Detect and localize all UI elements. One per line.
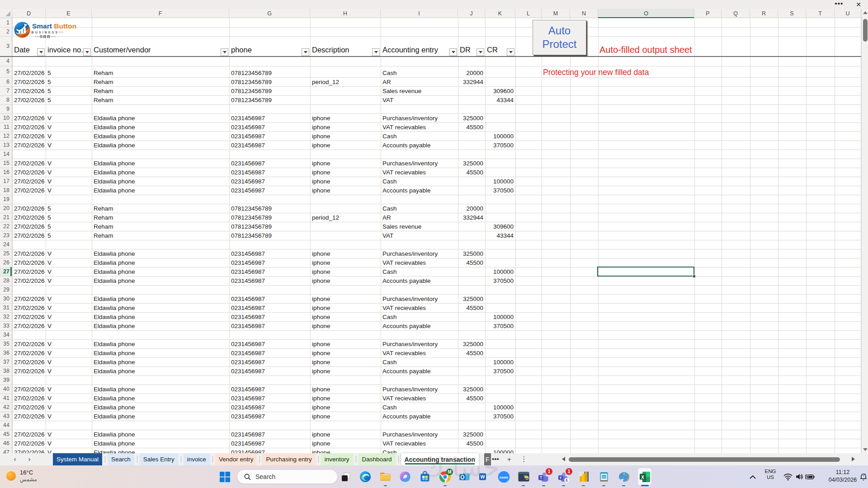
sheet-tab-dashboard[interactable]: Dashboard [359, 453, 396, 465]
row-header-38[interactable]: 38 [0, 366, 12, 375]
column-header-R[interactable]: R [750, 9, 778, 18]
selected-cell[interactable] [597, 267, 694, 277]
row-header-12[interactable]: 12 [0, 131, 12, 141]
row-header-5[interactable]: 5 [0, 66, 12, 77]
fill-handle[interactable] [693, 275, 696, 278]
column-header-E[interactable]: E [46, 9, 92, 18]
column-header-Q[interactable]: Q [722, 9, 750, 18]
row-header-19[interactable]: 19 [0, 195, 12, 204]
excel-button[interactable]: X [638, 470, 651, 483]
column-header-G[interactable]: G [229, 9, 310, 18]
row-header-34[interactable]: 34 [0, 330, 12, 339]
filter-dropdown-H[interactable] [372, 48, 380, 56]
edge-app-button[interactable] [359, 470, 372, 483]
sheet-options-icon[interactable]: ⋮ [518, 453, 530, 465]
row-header-18[interactable]: 18 [0, 186, 12, 195]
tray-chevron-up-icon[interactable] [749, 473, 756, 481]
row-header-42[interactable]: 42 [0, 403, 12, 412]
row-header-31[interactable]: 31 [0, 303, 12, 312]
row-header-17[interactable]: 17 [0, 177, 12, 186]
row-header-29[interactable]: 29 [0, 285, 12, 294]
row-header-10[interactable]: 10 [0, 113, 12, 122]
column-header-L[interactable]: L [515, 9, 542, 18]
row-header-47[interactable]: 47 [0, 448, 12, 453]
row-header-8[interactable]: 8 [0, 95, 12, 104]
scroll-up-button[interactable] [862, 9, 868, 16]
row-header-20[interactable]: 20 [0, 204, 12, 213]
sheet-tab-sales-entry[interactable]: Sales Entry [140, 453, 178, 465]
row-header-36[interactable]: 36 [0, 348, 12, 357]
paint-button[interactable] [618, 470, 630, 483]
row-header-27[interactable]: 27 [0, 267, 12, 276]
column-header-I[interactable]: I [381, 9, 458, 18]
row-header-44[interactable]: 44 [0, 421, 12, 430]
clock-widget[interactable]: 11:12 04/03/2026 [826, 469, 860, 484]
row-header-7[interactable]: 7 [0, 86, 12, 95]
filter-dropdown-E[interactable] [83, 48, 91, 56]
filter-dropdown-F[interactable] [221, 48, 228, 56]
filter-dropdown-G[interactable] [302, 48, 309, 56]
hscroll-right-icon[interactable] [852, 457, 855, 461]
teams-button[interactable]: T 1 [537, 470, 550, 483]
row-header-15[interactable]: 15 [0, 159, 12, 168]
sheet-tab-search[interactable]: Search [108, 453, 134, 465]
row-header-6[interactable]: 6 [0, 77, 12, 86]
row-header-13[interactable]: 13 [0, 141, 12, 150]
filter-dropdown-K[interactable] [507, 48, 514, 56]
column-header-O[interactable]: O [598, 9, 694, 18]
language-indicator[interactable]: ENG US [763, 469, 778, 480]
row-header-22[interactable]: 22 [0, 222, 12, 231]
wifi-tray-button[interactable] [782, 470, 794, 483]
sheet-tab-vendor-entry[interactable]: Vendor entry [215, 453, 257, 465]
row-header-26[interactable]: 26 [0, 258, 12, 267]
window-close-icon[interactable]: ✕ [853, 0, 864, 9]
column-header-S[interactable]: S [778, 9, 806, 18]
outlook-button[interactable] [458, 470, 471, 483]
start-button[interactable] [218, 470, 231, 483]
sheet-tab-accounting-transaction[interactable]: Accounting transaction [401, 453, 479, 465]
sheet-tab-inventory[interactable]: inventory [321, 453, 353, 465]
row-header-1[interactable]: 1 [0, 18, 12, 27]
window-more-icon[interactable]: ••• [833, 1, 845, 8]
task-view-button[interactable] [340, 470, 352, 483]
hscroll-left-icon[interactable] [562, 457, 565, 461]
row-header-28[interactable]: 28 [0, 276, 12, 285]
sheet-nav-left-icon[interactable]: ‹ [8, 453, 22, 465]
sheet-grid[interactable]: 1234567891011121314151617181920212223242… [0, 18, 861, 453]
row-header-16[interactable]: 16 [0, 168, 12, 177]
row-header-4[interactable]: 4 [0, 56, 12, 66]
row-header-2[interactable]: 2 [0, 27, 12, 36]
column-header-D[interactable]: D [12, 9, 46, 18]
sheet-tab-system-manual[interactable]: System Manual [53, 453, 102, 465]
notepad-button[interactable] [598, 470, 610, 483]
chrome-button[interactable]: M [439, 470, 451, 483]
python-console-button[interactable] [517, 470, 530, 483]
word-button[interactable]: W [478, 470, 491, 483]
row-header-30[interactable]: 30 [0, 294, 12, 303]
row-header-33[interactable]: 33 [0, 321, 12, 330]
sheet-tab-purchasing-entry[interactable]: Purchasing entry [262, 453, 315, 465]
more-sheets-icon[interactable]: ••• [490, 453, 501, 465]
copilot-button[interactable] [399, 470, 411, 483]
weather-widget[interactable]: 16°C مشمس [6, 469, 37, 483]
vertical-scrollbar[interactable] [861, 9, 868, 453]
teams-secondary-button[interactable]: T 1 [557, 470, 570, 483]
row-header-37[interactable]: 37 [0, 357, 12, 366]
row-header-14[interactable]: 14 [0, 150, 12, 159]
column-header-U[interactable]: U [835, 9, 861, 18]
scroll-down-button[interactable] [862, 446, 868, 453]
file-explorer-button[interactable] [379, 470, 392, 483]
auto-protect-button[interactable]: Auto Protect [533, 20, 586, 55]
battery-tray-button[interactable] [803, 470, 816, 483]
row-header-45[interactable]: 45 [0, 430, 12, 439]
powerbi-button[interactable] [577, 470, 590, 483]
row-header-11[interactable]: 11 [0, 122, 12, 131]
row-header-39[interactable]: 39 [0, 375, 12, 385]
horizontal-scrollbar-thumb[interactable] [569, 457, 840, 462]
row-header-21[interactable]: 21 [0, 213, 12, 222]
row-header-35[interactable]: 35 [0, 339, 12, 348]
sheet-tab-invoice[interactable]: invoice [184, 453, 210, 465]
notification-center-button[interactable]: z z [859, 470, 868, 483]
taskbar-search-input[interactable]: Search [237, 469, 338, 484]
row-header-46[interactable]: 46 [0, 439, 12, 448]
